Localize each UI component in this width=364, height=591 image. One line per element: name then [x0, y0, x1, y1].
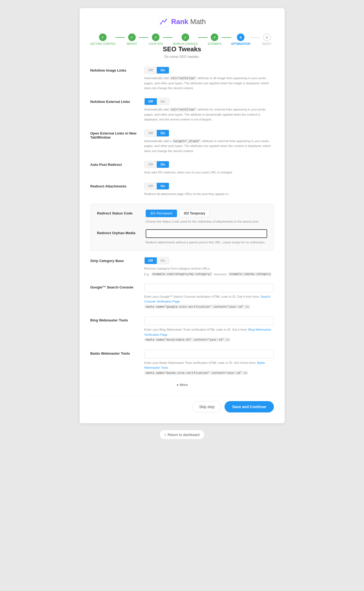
redirect-attachments-off[interactable]: Off: [145, 183, 157, 189]
redirect-attachments-content: Off On Redirect all attachment page URLs…: [144, 183, 274, 196]
open-external-links-content: Off On Automatically add a target="_blan…: [144, 130, 274, 153]
page-title: SEO Tweaks: [90, 45, 274, 53]
baidu-verification-link[interactable]: Baidu Webmaster Tools: [144, 361, 265, 369]
open-external-links-toggle[interactable]: Off On: [144, 130, 169, 137]
auto-post-redirect-off[interactable]: Off: [145, 161, 157, 168]
step-label-3: YOUR SITE: [148, 42, 163, 45]
svg-point-2: [166, 19, 167, 20]
bing-verification-link[interactable]: Bing Webmaster Verification Page: [144, 328, 271, 336]
redirect-attachments-label: Redirect Attachments: [90, 183, 144, 188]
example-from: example.com/category/my-category/: [151, 272, 213, 276]
return-dashboard-link[interactable]: Return to dashboard: [159, 430, 205, 439]
nofollow-image-links-toggle[interactable]: Off On: [144, 67, 169, 74]
step-circle-2: ✓: [128, 33, 136, 41]
example-to: example.com/my-category: [228, 272, 271, 276]
open-external-links-on[interactable]: On: [157, 130, 169, 136]
wizard-steps: ✓ GETTING STARTED ✓ IMPORT ✓ YOUR SITE ✓…: [90, 33, 274, 45]
rank-math-logo-icon: [158, 16, 169, 27]
example-text: E.g.: [144, 273, 150, 276]
redirect-status-label: Redirect Status Code: [97, 210, 146, 215]
step-label-2: IMPORT: [127, 42, 137, 45]
baidu-webmaster-label: Baidu Webmaster Tools: [90, 350, 144, 355]
google-search-console-desc: Enter your Google™ Search Console verifi…: [144, 294, 274, 309]
redirect-attachments-on[interactable]: On: [157, 183, 169, 189]
setting-nofollow-image-links: Nofollow Image Links Off On Automaticall…: [90, 67, 274, 90]
step-search-console: ✓ SEARCH CONSOLE: [173, 33, 198, 45]
setting-auto-post-redirect: Auto Post Redirect Off On Auto add 301 r…: [90, 161, 274, 175]
more-button[interactable]: More: [90, 383, 274, 387]
footer-buttons: Skip step Save and Continue: [90, 395, 274, 412]
nofollow-image-links-off[interactable]: Off: [145, 67, 157, 73]
open-external-links-desc: Automatically add a target="_blank" attr…: [144, 139, 274, 153]
skip-button[interactable]: Skip step: [192, 401, 222, 412]
nofollow-external-links-on[interactable]: On: [157, 98, 169, 105]
connector-5: [222, 37, 231, 38]
nofollow-external-links-off[interactable]: Off: [145, 98, 157, 105]
nofollow-external-links-toggle[interactable]: Off On: [144, 98, 169, 105]
step-circle-4: ✓: [182, 33, 189, 41]
redirect-302-button[interactable]: 302 Temporary: [179, 210, 210, 217]
redirect-attachments-toggle[interactable]: Off On: [144, 183, 169, 190]
connector-1: [115, 37, 125, 38]
connector-6: [250, 37, 260, 38]
redirect-status-desc: Choose the Status Code used for the redi…: [146, 219, 267, 224]
logo: Rank Math: [90, 16, 274, 27]
redirect-orphan-input[interactable]: [146, 229, 267, 238]
bing-webmaster-content: Enter your Bing Webmaster Tools verifica…: [144, 317, 274, 342]
step-ready: 6 READY: [260, 33, 274, 45]
step-label-6: OPTIMIZATION: [231, 42, 250, 45]
bing-webmaster-input[interactable]: [144, 317, 274, 325]
open-external-links-off[interactable]: Off: [145, 130, 157, 136]
step-import: ✓ IMPORT: [125, 33, 139, 45]
google-search-console-input[interactable]: [144, 284, 274, 292]
baidu-webmaster-content: Enter your Baidu Webmaster Tools verific…: [144, 350, 274, 375]
google-verification-link[interactable]: Search Console Verification Page: [144, 295, 270, 303]
setting-open-external-links: Open External Links in New Tab/Window Of…: [90, 130, 274, 153]
strip-category-toggle[interactable]: Off On: [144, 257, 169, 264]
step-label-7: READY: [262, 42, 271, 45]
step-label-1: GETTING STARTED: [90, 42, 115, 45]
connector-2: [139, 37, 149, 38]
nofollow-image-links-content: Off On Automatically add rel="nofollow" …: [144, 67, 274, 90]
page-subtitle: Do some SEO tweaks.: [90, 55, 274, 59]
svg-point-1: [160, 23, 162, 25]
auto-post-redirect-label: Auto Post Redirect: [90, 161, 144, 167]
logo-text: Rank Math: [171, 18, 206, 26]
redirect-inner-card: Redirect Status Code 301 Permanent 302 T…: [90, 204, 274, 251]
strip-category-desc: Remove /category/ from category archive …: [144, 266, 274, 271]
setting-strip-category: Strip Category Base Off On Remove /categ…: [90, 257, 274, 276]
return-to-dashboard[interactable]: Return to dashboard: [159, 430, 205, 439]
example-becomes: becomes: [214, 273, 227, 276]
save-continue-button[interactable]: Save and Continue: [224, 401, 274, 412]
step-circle-3: ✓: [152, 33, 159, 41]
nofollow-image-links-desc: Automatically add rel="nofollow" attribu…: [144, 76, 274, 90]
step-your-site: ✓ YOUR SITE: [148, 33, 163, 45]
redirect-301-button[interactable]: 301 Permanent: [146, 210, 177, 217]
open-external-links-label: Open External Links in New Tab/Window: [90, 130, 144, 139]
step-sitemaps: ✓ SITEMAPS: [207, 33, 221, 45]
step-getting-started: ✓ GETTING STARTED: [90, 33, 115, 45]
step-label-4: SEARCH CONSOLE: [173, 42, 198, 45]
step-circle-7: 6: [263, 33, 271, 41]
google-search-console-content: Enter your Google™ Search Console verifi…: [144, 284, 274, 309]
baidu-webmaster-input[interactable]: [144, 350, 274, 358]
baidu-webmaster-desc: Enter your Baidu Webmaster Tools verific…: [144, 360, 274, 375]
nofollow-external-links-desc: Automatically add rel="nofollow" attribu…: [144, 107, 274, 122]
auto-post-redirect-on[interactable]: On: [157, 161, 169, 168]
more-label[interactable]: More: [176, 383, 188, 387]
nofollow-image-links-on[interactable]: On: [157, 67, 169, 73]
strip-category-on[interactable]: On: [157, 257, 169, 264]
auto-post-redirect-desc: Auto add 301 redirects, when one of your…: [144, 170, 274, 175]
bing-webmaster-label: Bing Webmaster Tools: [90, 317, 144, 322]
auto-post-redirect-toggle[interactable]: Off On: [144, 161, 169, 168]
setting-baidu-webmaster: Baidu Webmaster Tools Enter your Baidu W…: [90, 350, 274, 375]
google-search-console-label: Google™ Search Console: [90, 284, 144, 289]
redirect-orphan-content: Redirect attachments without a parent po…: [146, 229, 267, 245]
auto-post-redirect-content: Off On Auto add 301 redirects, when one …: [144, 161, 274, 175]
redirect-status-row: Redirect Status Code 301 Permanent 302 T…: [97, 210, 267, 224]
step-circle-6: 5: [237, 33, 244, 41]
nofollow-external-links-content: Off On Automatically add rel="nofollow" …: [144, 98, 274, 122]
strip-category-off[interactable]: Off: [145, 257, 157, 264]
redirect-orphan-label: Redirect Orphan Media: [97, 229, 146, 235]
nofollow-image-links-label: Nofollow Image Links: [90, 67, 144, 72]
